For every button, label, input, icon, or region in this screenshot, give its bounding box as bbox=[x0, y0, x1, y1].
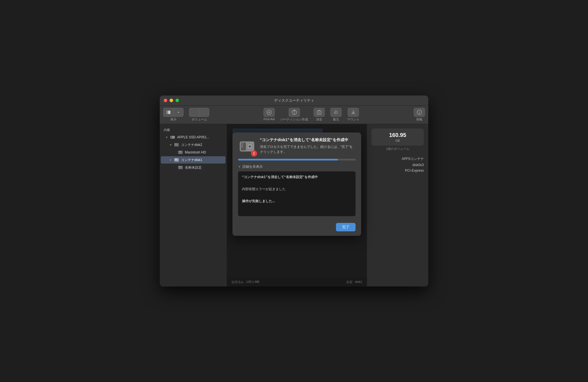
display-label: 表示 bbox=[170, 117, 177, 122]
mount-label: マウント bbox=[347, 117, 359, 122]
svg-rect-8 bbox=[171, 136, 172, 138]
info-button[interactable] bbox=[414, 108, 425, 117]
sidebar-item-unnamed[interactable]: ▼ 名称未設定 bbox=[161, 164, 225, 171]
sidebar-item-macintosh-hd[interactable]: ▼ Macintosh HD bbox=[161, 149, 225, 156]
modal-header: ! “コンテナdisk1”を消去して“名称未設定”を作成中 消去プロセスを完了で… bbox=[232, 132, 361, 159]
svg-point-6 bbox=[419, 111, 420, 112]
disk-icon-container2 bbox=[174, 142, 179, 148]
svg-rect-1 bbox=[168, 111, 170, 114]
size-box: 160.95 GB bbox=[371, 129, 424, 146]
toolbar-actions: First Aid パーティション作成 bbox=[215, 108, 408, 122]
info-row-type: APFSコンテナ bbox=[371, 157, 424, 161]
error-badge: ! bbox=[251, 150, 257, 157]
volume-count: 1個のボリューム bbox=[371, 147, 424, 151]
details-arrow-icon: ▼ bbox=[238, 165, 241, 168]
size-value: 160.95 bbox=[376, 132, 419, 138]
toolbar: 表示 ボリューム First Aid bbox=[160, 106, 428, 124]
content-main: ! “コンテナdisk1”を消去して“名称未設定”を作成中 消去プロセスを完了で… bbox=[227, 124, 367, 286]
maximize-button[interactable] bbox=[175, 99, 179, 102]
svg-point-21 bbox=[249, 145, 251, 148]
info-action: 情報 bbox=[414, 108, 425, 122]
svg-rect-23 bbox=[241, 145, 243, 146]
svg-rect-10 bbox=[174, 143, 179, 146]
modal-footer: 完了 bbox=[232, 220, 361, 236]
sidebar-text-macintosh-hd: Macintosh HD bbox=[185, 150, 222, 154]
sidebar-item-ssd[interactable]: ▼ APPLE SSD AP051... bbox=[161, 134, 225, 141]
sidebar: 内蔵 ▼ APPLE SSD AP051... ▼ bbox=[160, 124, 227, 286]
size-unit: GB bbox=[376, 139, 419, 142]
info-row-id: disk0s3 bbox=[371, 163, 424, 167]
svg-rect-15 bbox=[175, 159, 177, 160]
close-button[interactable] bbox=[164, 99, 167, 102]
first-aid-action: First Aid bbox=[264, 108, 275, 122]
right-panel: 160.95 GB 1個のボリューム APFSコンテナ disk0s3 PCI-… bbox=[367, 124, 428, 286]
disclosure-arrow-container1: ▼ bbox=[169, 158, 173, 162]
minimize-button[interactable] bbox=[170, 99, 173, 102]
svg-rect-14 bbox=[174, 158, 179, 162]
svg-rect-4 bbox=[317, 111, 321, 114]
svg-point-9 bbox=[173, 137, 174, 138]
modal-details-section: ▼ 詳細を非表示 “コンテナdisk1”を消去して“名称未設定”を作成中 内部状… bbox=[232, 164, 361, 220]
progress-bar-container bbox=[232, 159, 361, 164]
display-group: 表示 bbox=[163, 108, 184, 122]
sidebar-toggle-button[interactable] bbox=[163, 108, 173, 117]
sidebar-text-container2: コンテナdisk2 bbox=[181, 143, 222, 147]
traffic-lights bbox=[164, 99, 179, 102]
svg-rect-13 bbox=[179, 151, 181, 152]
volume-label: ボリューム bbox=[192, 117, 207, 122]
erase-label: 消去 bbox=[316, 117, 322, 122]
info-value-bus: PCI-Express bbox=[405, 169, 424, 173]
first-aid-button[interactable] bbox=[264, 108, 275, 117]
log-title: “コンテナdisk1”を消去して“名称未設定”を作成中 bbox=[242, 175, 352, 180]
erase-action: 消去 bbox=[314, 108, 325, 122]
sidebar-item-container1[interactable]: ▼ コンテナdisk1 bbox=[161, 156, 225, 164]
progress-bar-fill bbox=[238, 159, 338, 160]
partition-label: パーティション作成 bbox=[280, 117, 308, 122]
svg-rect-24 bbox=[241, 146, 243, 148]
details-log: “コンテナdisk1”を消去して“名称未設定”を作成中 内部状態エラーが起きまし… bbox=[238, 171, 356, 216]
disclosure-arrow-container2: ▼ bbox=[169, 143, 173, 147]
modal-title-area: “コンテナdisk1”を消去して“名称未設定”を作成中 消去プロセスを完了できま… bbox=[260, 138, 356, 154]
svg-rect-11 bbox=[175, 144, 177, 145]
details-toggle-label: 詳細を非表示 bbox=[243, 164, 263, 169]
display-btn-group bbox=[163, 108, 184, 117]
sidebar-item-container2[interactable]: ▼ コンテナdisk2 bbox=[161, 141, 225, 148]
info-label: 情報 bbox=[416, 117, 422, 122]
volume-btn-group bbox=[189, 108, 209, 117]
info-value-id: disk0s3 bbox=[412, 163, 424, 167]
sidebar-text-container1: コンテナdisk1 bbox=[181, 158, 222, 162]
restore-button[interactable] bbox=[330, 108, 342, 117]
disk-icon-ssd bbox=[170, 134, 175, 140]
log-line-1: 内部状態エラーが起きました bbox=[242, 187, 352, 192]
disk-icon-hd bbox=[178, 150, 183, 155]
details-toggle-button[interactable]: ▼ 詳細を非表示 bbox=[238, 164, 356, 169]
add-volume-button[interactable] bbox=[189, 108, 199, 117]
info-value-type: APFSコンテナ bbox=[402, 157, 424, 161]
svg-rect-17 bbox=[179, 166, 181, 167]
first-aid-label: First Aid bbox=[264, 117, 275, 121]
display-dropdown-button[interactable] bbox=[173, 108, 184, 117]
disclosure-arrow-ssd: ▼ bbox=[165, 135, 169, 139]
disk-icon-area: ! bbox=[238, 138, 256, 155]
partition-button[interactable] bbox=[289, 108, 300, 117]
disk-icon-container1 bbox=[174, 157, 179, 163]
sidebar-text-ssd: APPLE SSD AP051... bbox=[177, 135, 222, 139]
partition-action: パーティション作成 bbox=[280, 108, 308, 122]
window-title: ディスクユーティリティ bbox=[274, 98, 314, 103]
done-button[interactable]: 完了 bbox=[336, 223, 356, 231]
remove-volume-button[interactable] bbox=[199, 108, 209, 117]
modal-title: “コンテナdisk1”を消去して“名称未設定”を作成中 bbox=[260, 138, 356, 143]
erase-button[interactable] bbox=[314, 108, 325, 117]
main-area: 内蔵 ▼ APPLE SSD AP051... ▼ bbox=[160, 124, 428, 286]
volume-group: ボリューム bbox=[189, 108, 209, 122]
sidebar-text-unnamed: 名称未設定 bbox=[185, 165, 222, 170]
svg-rect-16 bbox=[178, 166, 183, 169]
modal-dialog: ! “コンテナdisk1”を消去して“名称未設定”を作成中 消去プロセスを完了で… bbox=[232, 132, 361, 236]
main-window: ディスクユーティリティ 表示 bbox=[160, 95, 428, 286]
mount-button[interactable] bbox=[348, 108, 359, 117]
restore-action: 復元 bbox=[330, 108, 342, 122]
modal-overlay: ! “コンテナdisk1”を消去して“名称未設定”を作成中 消去プロセスを完了で… bbox=[227, 124, 367, 286]
info-row-bus: PCI-Express bbox=[371, 169, 424, 173]
restore-label: 復元 bbox=[333, 117, 339, 122]
mount-action: マウント bbox=[347, 108, 359, 122]
